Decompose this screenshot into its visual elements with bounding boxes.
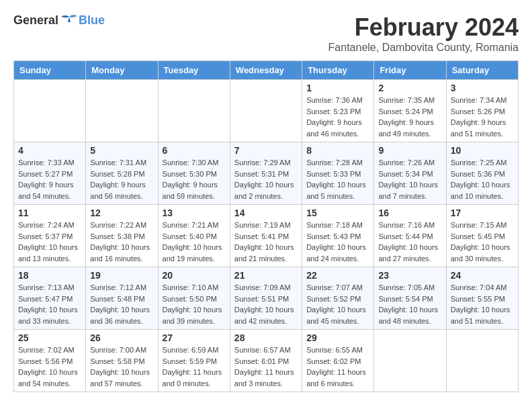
day-number: 15 <box>306 208 369 218</box>
day-header-friday: Friday <box>374 61 446 80</box>
day-info: Sunrise: 7:33 AM Sunset: 5:27 PM Dayligh… <box>18 157 81 201</box>
calendar-cell: 28Sunrise: 6:57 AM Sunset: 6:01 PM Dayli… <box>230 330 302 392</box>
day-header-wednesday: Wednesday <box>230 61 302 80</box>
day-number: 19 <box>90 270 153 281</box>
day-info: Sunrise: 7:10 AM Sunset: 5:50 PM Dayligh… <box>163 282 226 326</box>
day-number: 12 <box>90 208 153 218</box>
logo-general-text: General <box>13 13 58 28</box>
day-number: 26 <box>90 332 153 343</box>
day-number: 16 <box>378 208 441 218</box>
day-number: 21 <box>234 270 298 281</box>
calendar-cell: 2Sunrise: 7:35 AM Sunset: 5:24 PM Daylig… <box>374 80 446 142</box>
day-number: 13 <box>163 208 226 218</box>
day-info: Sunrise: 7:15 AM Sunset: 5:45 PM Dayligh… <box>451 220 514 264</box>
calendar-cell: 22Sunrise: 7:07 AM Sunset: 5:52 PM Dayli… <box>302 267 374 330</box>
day-info: Sunrise: 7:09 AM Sunset: 5:51 PM Dayligh… <box>234 282 298 326</box>
day-number: 10 <box>451 145 514 156</box>
day-info: Sunrise: 7:13 AM Sunset: 5:47 PM Dayligh… <box>18 282 81 326</box>
day-number: 17 <box>451 208 514 218</box>
calendar-cell: 27Sunrise: 6:59 AM Sunset: 5:59 PM Dayli… <box>158 330 230 392</box>
calendar-cell: 15Sunrise: 7:18 AM Sunset: 5:43 PM Dayli… <box>302 205 374 267</box>
day-info: Sunrise: 7:12 AM Sunset: 5:48 PM Dayligh… <box>90 282 153 326</box>
calendar-cell: 6Sunrise: 7:30 AM Sunset: 5:30 PM Daylig… <box>158 142 230 205</box>
day-info: Sunrise: 7:04 AM Sunset: 5:55 PM Dayligh… <box>451 282 514 326</box>
day-header-saturday: Saturday <box>446 61 518 80</box>
calendar-cell: 10Sunrise: 7:25 AM Sunset: 5:36 PM Dayli… <box>446 142 518 205</box>
day-header-tuesday: Tuesday <box>158 61 230 80</box>
day-info: Sunrise: 6:59 AM Sunset: 5:59 PM Dayligh… <box>163 345 226 389</box>
calendar-cell: 24Sunrise: 7:04 AM Sunset: 5:55 PM Dayli… <box>446 267 518 330</box>
calendar-cell: 25Sunrise: 7:02 AM Sunset: 5:56 PM Dayli… <box>14 330 86 392</box>
logo-bird-icon <box>60 14 79 28</box>
day-info: Sunrise: 6:55 AM Sunset: 6:02 PM Dayligh… <box>306 345 369 389</box>
day-info: Sunrise: 7:24 AM Sunset: 5:37 PM Dayligh… <box>18 220 81 264</box>
calendar-cell: 8Sunrise: 7:28 AM Sunset: 5:33 PM Daylig… <box>302 142 374 205</box>
logo-blue-text: Blue <box>79 13 105 28</box>
day-number: 14 <box>234 208 298 218</box>
calendar-cell: 5Sunrise: 7:31 AM Sunset: 5:28 PM Daylig… <box>86 142 158 205</box>
day-number: 22 <box>306 270 369 281</box>
calendar-cell: 11Sunrise: 7:24 AM Sunset: 5:37 PM Dayli… <box>14 205 86 267</box>
calendar-cell <box>158 80 230 142</box>
calendar-cell: 23Sunrise: 7:05 AM Sunset: 5:54 PM Dayli… <box>374 267 446 330</box>
day-number: 25 <box>18 332 81 343</box>
day-info: Sunrise: 7:36 AM Sunset: 5:23 PM Dayligh… <box>306 95 369 139</box>
calendar-cell: 16Sunrise: 7:16 AM Sunset: 5:44 PM Dayli… <box>374 205 446 267</box>
day-info: Sunrise: 7:00 AM Sunset: 5:58 PM Dayligh… <box>90 345 153 389</box>
day-number: 1 <box>306 83 369 93</box>
calendar-cell: 14Sunrise: 7:19 AM Sunset: 5:41 PM Dayli… <box>230 205 302 267</box>
day-number: 8 <box>306 145 369 156</box>
calendar-cell <box>374 330 446 392</box>
day-info: Sunrise: 7:30 AM Sunset: 5:30 PM Dayligh… <box>163 157 226 201</box>
day-info: Sunrise: 7:28 AM Sunset: 5:33 PM Dayligh… <box>306 157 369 201</box>
day-number: 11 <box>18 208 81 218</box>
calendar-week-row: 25Sunrise: 7:02 AM Sunset: 5:56 PM Dayli… <box>14 330 519 392</box>
day-header-sunday: Sunday <box>14 61 86 80</box>
calendar-week-row: 18Sunrise: 7:13 AM Sunset: 5:47 PM Dayli… <box>14 267 519 330</box>
day-info: Sunrise: 7:16 AM Sunset: 5:44 PM Dayligh… <box>378 220 441 264</box>
day-info: Sunrise: 6:57 AM Sunset: 6:01 PM Dayligh… <box>234 345 298 389</box>
day-number: 28 <box>234 332 298 343</box>
day-header-monday: Monday <box>86 61 158 80</box>
calendar-cell: 18Sunrise: 7:13 AM Sunset: 5:47 PM Dayli… <box>14 267 86 330</box>
calendar-cell: 9Sunrise: 7:26 AM Sunset: 5:34 PM Daylig… <box>374 142 446 205</box>
logo: General Blue <box>13 13 105 28</box>
calendar-cell: 13Sunrise: 7:21 AM Sunset: 5:40 PM Dayli… <box>158 205 230 267</box>
day-number: 9 <box>378 145 441 156</box>
day-header-thursday: Thursday <box>302 61 374 80</box>
page-header: General Blue February 2024 Fantanele, Da… <box>13 13 519 54</box>
day-info: Sunrise: 7:07 AM Sunset: 5:52 PM Dayligh… <box>306 282 369 326</box>
day-number: 7 <box>234 145 298 156</box>
calendar-cell: 19Sunrise: 7:12 AM Sunset: 5:48 PM Dayli… <box>86 267 158 330</box>
day-number: 6 <box>163 145 226 156</box>
calendar-cell <box>14 80 86 142</box>
day-number: 18 <box>18 270 81 281</box>
calendar-week-row: 4Sunrise: 7:33 AM Sunset: 5:27 PM Daylig… <box>14 142 519 205</box>
month-title: February 2024 <box>328 13 519 42</box>
day-number: 2 <box>378 83 441 93</box>
calendar-cell <box>446 330 518 392</box>
calendar-header-row: SundayMondayTuesdayWednesdayThursdayFrid… <box>14 61 519 80</box>
calendar-cell: 3Sunrise: 7:34 AM Sunset: 5:26 PM Daylig… <box>446 80 518 142</box>
day-info: Sunrise: 7:02 AM Sunset: 5:56 PM Dayligh… <box>18 345 81 389</box>
location-title: Fantanele, Dambovita County, Romania <box>328 42 519 54</box>
day-info: Sunrise: 7:21 AM Sunset: 5:40 PM Dayligh… <box>163 220 226 264</box>
day-info: Sunrise: 7:19 AM Sunset: 5:41 PM Dayligh… <box>234 220 298 264</box>
day-info: Sunrise: 7:25 AM Sunset: 5:36 PM Dayligh… <box>451 157 514 201</box>
day-info: Sunrise: 7:34 AM Sunset: 5:26 PM Dayligh… <box>451 95 514 139</box>
day-number: 24 <box>451 270 514 281</box>
day-info: Sunrise: 7:35 AM Sunset: 5:24 PM Dayligh… <box>378 95 441 139</box>
calendar-cell <box>230 80 302 142</box>
calendar-cell: 21Sunrise: 7:09 AM Sunset: 5:51 PM Dayli… <box>230 267 302 330</box>
calendar-cell: 17Sunrise: 7:15 AM Sunset: 5:45 PM Dayli… <box>446 205 518 267</box>
calendar-cell: 12Sunrise: 7:22 AM Sunset: 5:38 PM Dayli… <box>86 205 158 267</box>
calendar-cell: 29Sunrise: 6:55 AM Sunset: 6:02 PM Dayli… <box>302 330 374 392</box>
day-number: 5 <box>90 145 153 156</box>
title-section: February 2024 Fantanele, Dambovita Count… <box>328 13 519 54</box>
day-number: 3 <box>451 83 514 93</box>
day-info: Sunrise: 7:26 AM Sunset: 5:34 PM Dayligh… <box>378 157 441 201</box>
day-number: 4 <box>18 145 81 156</box>
day-number: 29 <box>306 332 369 343</box>
day-number: 23 <box>378 270 441 281</box>
calendar-cell: 4Sunrise: 7:33 AM Sunset: 5:27 PM Daylig… <box>14 142 86 205</box>
